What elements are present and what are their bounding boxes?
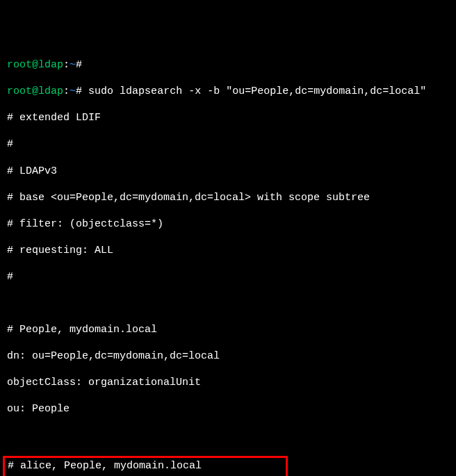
prompt-line-1: root@ldap:~# xyxy=(7,58,449,72)
prompt-host: ldap xyxy=(38,59,63,71)
prompt-at: @ xyxy=(32,59,38,71)
entry1-objectclass: objectClass: organizationalUnit xyxy=(7,376,449,389)
entry1-comment: # People, mydomain.local xyxy=(7,323,449,336)
output-hash: # xyxy=(7,138,449,151)
command-text: sudo ldapsearch -x -b "ou=People,dc=mydo… xyxy=(88,85,426,97)
output-ldapv3: # LDAPv3 xyxy=(7,165,449,178)
command-line: root@ldap:~# sudo ldapsearch -x -b "ou=P… xyxy=(7,85,449,98)
output-extended-ldif: # extended LDIF xyxy=(7,111,449,124)
output-requesting: # requesting: ALL xyxy=(7,244,449,257)
prompt-symbol: # xyxy=(76,59,82,71)
output-hash2: # xyxy=(7,270,449,284)
entry1-ou: ou: People xyxy=(7,402,449,416)
prompt-path: ~ xyxy=(70,59,76,71)
highlighted-entry: # alice, People, mydomain.local dn: cn=a… xyxy=(3,456,288,476)
prompt-user: root xyxy=(7,59,32,71)
output-filter: # filter: (objectclass=*) xyxy=(7,218,449,231)
output-base: # base <ou=People,dc=mydomain,dc=local> … xyxy=(7,191,449,204)
entry1-dn: dn: ou=People,dc=mydomain,dc=local xyxy=(7,350,449,363)
entry2-comment: # alice, People, mydomain.local xyxy=(8,459,283,473)
